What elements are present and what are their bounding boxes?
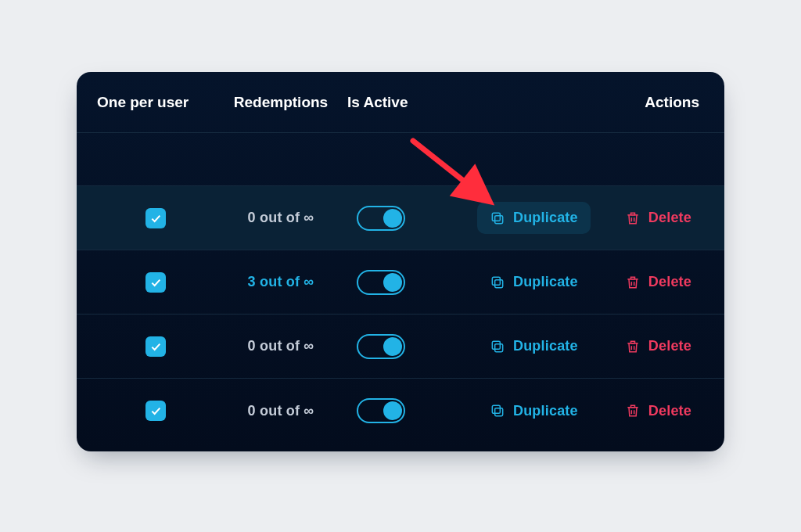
- delete-button[interactable]: Delete: [612, 202, 704, 234]
- table-spacer-row: [77, 133, 724, 186]
- redemptions-value: 0 out of ∞: [214, 403, 347, 419]
- svg-rect-4: [495, 343, 503, 351]
- table-body: 0 out of ∞DuplicateDelete3 out of ∞Dupli…: [77, 186, 724, 443]
- row-actions: DuplicateDelete: [477, 395, 704, 427]
- table-row: 0 out of ∞DuplicateDelete: [77, 186, 724, 250]
- delete-button[interactable]: Delete: [612, 266, 704, 298]
- duplicate-icon: [490, 339, 505, 354]
- delete-label: Delete: [648, 403, 691, 419]
- svg-rect-0: [495, 215, 503, 223]
- table-row: 0 out of ∞DuplicateDelete: [77, 379, 724, 443]
- trash-icon: [625, 339, 641, 354]
- delete-label: Delete: [648, 274, 691, 290]
- toggle-knob: [383, 209, 402, 228]
- delete-label: Delete: [648, 338, 691, 354]
- row-actions: DuplicateDelete: [477, 202, 704, 234]
- is-active-toggle[interactable]: [357, 334, 405, 359]
- table-row: 0 out of ∞DuplicateDelete: [77, 315, 724, 379]
- delete-label: Delete: [648, 210, 691, 226]
- svg-rect-6: [495, 408, 503, 416]
- duplicate-icon: [490, 275, 505, 290]
- redemptions-value: 0 out of ∞: [214, 210, 347, 226]
- duplicate-label: Duplicate: [513, 338, 578, 354]
- duplicate-label: Duplicate: [513, 274, 578, 290]
- table-header-row: One per user Redemptions Is Active Actio…: [77, 72, 724, 133]
- trash-icon: [625, 275, 641, 290]
- duplicate-button[interactable]: Duplicate: [477, 202, 591, 234]
- duplicate-label: Duplicate: [513, 403, 578, 419]
- row-actions: DuplicateDelete: [477, 266, 704, 298]
- redemptions-value[interactable]: 3 out of ∞: [214, 274, 347, 290]
- svg-rect-3: [492, 277, 500, 285]
- trash-icon: [625, 403, 641, 419]
- svg-rect-1: [492, 213, 500, 221]
- table-row: 3 out of ∞DuplicateDelete: [77, 250, 724, 315]
- trash-icon: [625, 210, 641, 226]
- is-active-toggle[interactable]: [357, 398, 405, 423]
- toggle-knob: [383, 401, 402, 420]
- toggle-knob: [383, 337, 402, 356]
- one-per-user-checkbox[interactable]: [145, 336, 166, 357]
- is-active-toggle[interactable]: [357, 270, 405, 295]
- delete-button[interactable]: Delete: [612, 395, 704, 427]
- header-actions: Actions: [618, 94, 704, 111]
- svg-rect-7: [492, 405, 500, 413]
- check-icon: [149, 276, 162, 289]
- duplicate-icon: [490, 403, 505, 419]
- check-icon: [149, 404, 162, 417]
- one-per-user-checkbox[interactable]: [145, 272, 166, 293]
- svg-rect-2: [495, 279, 503, 287]
- check-icon: [149, 212, 162, 225]
- header-one-per-user: One per user: [97, 94, 214, 111]
- one-per-user-checkbox[interactable]: [145, 401, 166, 421]
- header-redemptions: Redemptions: [214, 94, 347, 111]
- toggle-knob: [383, 273, 402, 292]
- check-icon: [149, 340, 162, 353]
- delete-button[interactable]: Delete: [612, 330, 704, 362]
- duplicate-button[interactable]: Duplicate: [477, 330, 591, 362]
- duplicate-button[interactable]: Duplicate: [477, 266, 591, 298]
- is-active-toggle[interactable]: [357, 206, 405, 231]
- header-is-active: Is Active: [347, 94, 433, 111]
- redemptions-value: 0 out of ∞: [214, 338, 347, 354]
- duplicate-label: Duplicate: [513, 210, 578, 226]
- one-per-user-checkbox[interactable]: [145, 208, 166, 228]
- svg-rect-5: [492, 341, 500, 349]
- duplicate-button[interactable]: Duplicate: [477, 395, 591, 427]
- row-actions: DuplicateDelete: [477, 330, 704, 362]
- duplicate-icon: [490, 210, 505, 226]
- coupons-table-panel: One per user Redemptions Is Active Actio…: [77, 72, 724, 451]
